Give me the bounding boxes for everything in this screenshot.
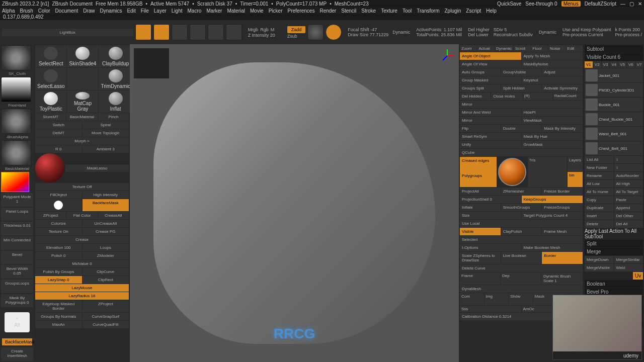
split-hidden[interactable]: Split Hidden	[501, 84, 542, 92]
fillobject[interactable]: FillObject	[35, 191, 82, 199]
menu-zplugin[interactable]: Zplugin	[445, 8, 461, 14]
sculptris-button[interactable]	[226, 24, 242, 40]
keep-groups[interactable]: KeepGroups	[522, 196, 583, 203]
projection-shell[interactable]: ProjectionShell 0	[460, 196, 521, 203]
menu-stroke[interactable]: Stroke	[361, 8, 376, 14]
matcap-gray[interactable]: MatCap Gray	[67, 90, 98, 113]
zsub-button[interactable]: Zsub	[287, 34, 306, 39]
r0-slider[interactable]: R 0	[35, 145, 82, 153]
reconstruct-button[interactable]: Reconstruct Subdiv	[494, 32, 533, 37]
polish0[interactable]: Polish 0	[35, 252, 82, 259]
loops[interactable]: Loops	[83, 244, 129, 251]
lightbox-button[interactable]: LightBox	[2, 29, 133, 36]
actual-btn[interactable]: Actual	[477, 45, 494, 52]
draw-mode-button[interactable]	[153, 24, 170, 40]
dynamic-toggle[interactable]: Dynamic	[392, 30, 410, 35]
inflate-btn[interactable]: Inflate	[460, 204, 501, 211]
new-folder[interactable]: New Folder	[585, 164, 614, 171]
r-btn[interactable]: (R)	[523, 93, 552, 100]
freeze-border[interactable]: Freeze Border	[542, 188, 583, 195]
flat-color[interactable]: Flat Color	[66, 212, 97, 219]
menu-macro[interactable]: Macro	[188, 8, 202, 14]
menu-transform[interactable]: Transform	[417, 8, 439, 14]
menu-file[interactable]: File	[141, 8, 149, 14]
dep-btn[interactable]: Dep	[501, 273, 541, 285]
group-masked[interactable]: Group Masked	[460, 76, 521, 84]
tris[interactable]: Tris	[528, 157, 568, 187]
reference-thumbnail[interactable]	[134, 48, 169, 78]
dynamic-btn[interactable]: Dynamic	[495, 45, 513, 52]
scroll-btn[interactable]: Scroll	[514, 45, 530, 52]
maximize-icon[interactable]: ▢	[629, 1, 634, 7]
menu-help[interactable]: Help	[486, 8, 497, 14]
menu-preferences[interactable]: Preferences	[287, 8, 314, 14]
curvequadfill[interactable]: CurveQuadFill	[83, 321, 129, 328]
groups-loops[interactable]: GroupsLoops	[1, 280, 33, 293]
live-boolean[interactable]: Live Boolean	[501, 252, 542, 264]
merge-visible[interactable]: MergeVisible	[585, 264, 614, 272]
minimize-icon[interactable]: —	[620, 1, 625, 7]
quicksave-button[interactable]: QuickSave	[497, 1, 521, 7]
mirror2[interactable]: Mirror	[460, 117, 521, 124]
toyplastic[interactable]: ToyPlastic	[35, 90, 66, 113]
bevel-width-slider[interactable]: Bevel Width 0.05	[1, 265, 33, 279]
masklasso[interactable]: MaskLasso	[65, 164, 129, 172]
clipcurve[interactable]: ClipCurve	[83, 268, 129, 276]
selected-btn[interactable]: Selected	[460, 236, 583, 243]
make-boolean[interactable]: Make Boolean Mesh	[522, 244, 583, 251]
morph[interactable]: Morph >	[35, 137, 129, 145]
bevel-button[interactable]: Bevel	[1, 251, 33, 264]
mask-by-noise[interactable]: MaskByNoise	[522, 60, 583, 68]
ambient-slider[interactable]: Ambient 3	[83, 145, 129, 153]
delete[interactable]: Delete	[585, 220, 614, 228]
all-to-home[interactable]: All To Home	[585, 188, 614, 196]
create-insertmesh[interactable]: Create InsertMesh	[1, 347, 33, 361]
lazymouse[interactable]: LazyMouse	[35, 284, 129, 292]
select-rect[interactable]: SelectRect	[35, 45, 66, 67]
i-options[interactable]: I-Options	[460, 244, 521, 251]
menu-edit[interactable]: Edit	[127, 8, 135, 14]
frame-mesh[interactable]: Frame Mesh	[542, 228, 583, 235]
select-lasso[interactable]: SelectLasso	[35, 68, 66, 90]
polypaint-mode[interactable]: Polypaint Mode 1	[1, 193, 33, 207]
menu-marker[interactable]: Marker	[206, 8, 222, 14]
scale-mode-button[interactable]	[190, 24, 206, 40]
storemt[interactable]: StoreMT	[35, 113, 66, 121]
size-slider[interactable]: Size	[460, 212, 521, 219]
z-intensity-slider[interactable]: Z Intensity 20	[248, 33, 275, 38]
smooth-groups[interactable]: SmoothGroups	[501, 204, 542, 211]
all-high[interactable]: All High	[614, 180, 643, 188]
close-holes[interactable]: Close Holes	[491, 93, 522, 100]
auto-groups[interactable]: Auto Groups	[460, 68, 501, 76]
adjust-btn[interactable]: Adjust	[542, 68, 583, 76]
mask-by-hue[interactable]: Mask By Hue	[522, 133, 583, 140]
split-section[interactable]: Split	[585, 240, 643, 247]
crease-all[interactable]: CreaseAll	[98, 212, 129, 219]
com-btn[interactable]: Com	[460, 293, 484, 305]
axis-gizmo[interactable]	[440, 48, 455, 63]
zremesher[interactable]: ZRemesher	[501, 188, 542, 195]
paste[interactable]: Paste	[614, 196, 643, 204]
switch[interactable]: Switch	[35, 121, 82, 129]
hidept[interactable]: HidePt	[522, 109, 583, 116]
dynamic-subdiv[interactable]: Dynamic	[539, 30, 556, 35]
mask-by-polygroups[interactable]: Mask By Polygroups 0	[1, 294, 33, 308]
arrows[interactable]: ↕	[614, 156, 643, 163]
elevation[interactable]: Elevation 100	[35, 244, 82, 251]
uncrease-all[interactable]: UnCreaseAll	[83, 220, 129, 227]
qcube[interactable]: QCube	[460, 149, 583, 156]
img-btn[interactable]: Img	[485, 293, 509, 305]
edgeloop-masked[interactable]: Edgeloop Masked Border	[35, 300, 82, 312]
brush-thumb-skcloth[interactable]	[1, 45, 31, 70]
variant-v5[interactable]: V5	[618, 61, 626, 68]
list-all[interactable]: List All	[585, 156, 614, 163]
copy[interactable]: Copy	[585, 196, 614, 204]
frame-btn[interactable]: Frame	[460, 273, 500, 285]
seethrough-slider[interactable]: See-through 0	[525, 1, 557, 7]
preprocess-current[interactable]: Pre-process Current	[562, 32, 611, 37]
mirror-and-weld[interactable]: Mirror And Weld	[460, 109, 521, 116]
insert[interactable]: Insert	[585, 212, 614, 220]
move-mode-button[interactable]	[172, 24, 188, 40]
basic-material[interactable]: BasicMaterial	[66, 113, 97, 121]
thickness-slider[interactable]: Thickness 0.01	[1, 222, 33, 235]
